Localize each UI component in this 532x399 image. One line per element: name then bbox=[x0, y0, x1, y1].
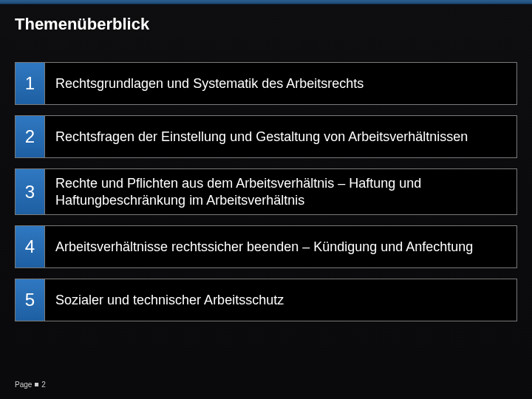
topic-row: 3 Rechte und Pflichten aus dem Arbeitsve… bbox=[15, 168, 517, 215]
title-area: Themenüberblick bbox=[0, 4, 532, 49]
topic-row: 2 Rechtsfragen der Einstellung und Gesta… bbox=[15, 115, 517, 158]
topic-list: 1 Rechtsgrundlagen und Systematik des Ar… bbox=[0, 49, 532, 321]
footer-page-number: 2 bbox=[41, 381, 46, 389]
topic-text: Sozialer und technischer Arbeitsschutz bbox=[44, 279, 517, 321]
bullet-icon bbox=[35, 383, 38, 386]
page-title: Themenüberblick bbox=[15, 15, 517, 34]
topic-text: Rechtsgrundlagen und Systematik des Arbe… bbox=[44, 62, 517, 105]
topic-row: 1 Rechtsgrundlagen und Systematik des Ar… bbox=[15, 62, 517, 105]
topic-row: 5 Sozialer und technischer Arbeitsschutz bbox=[15, 279, 517, 321]
topic-text: Rechte und Pflichten aus dem Arbeitsverh… bbox=[44, 168, 517, 215]
page-footer: Page 2 bbox=[15, 381, 46, 389]
topic-row: 4 Arbeitsverhältnisse rechtssicher beend… bbox=[15, 225, 517, 268]
topic-number: 2 bbox=[15, 115, 44, 158]
footer-page-label: Page bbox=[15, 381, 32, 389]
topic-text: Rechtsfragen der Einstellung und Gestalt… bbox=[44, 115, 517, 158]
topic-number: 5 bbox=[15, 279, 44, 321]
topic-number: 1 bbox=[15, 62, 44, 105]
topic-number: 3 bbox=[15, 168, 44, 215]
topic-number: 4 bbox=[15, 225, 44, 268]
topic-text: Arbeitsverhältnisse rechtssicher beenden… bbox=[44, 225, 517, 268]
